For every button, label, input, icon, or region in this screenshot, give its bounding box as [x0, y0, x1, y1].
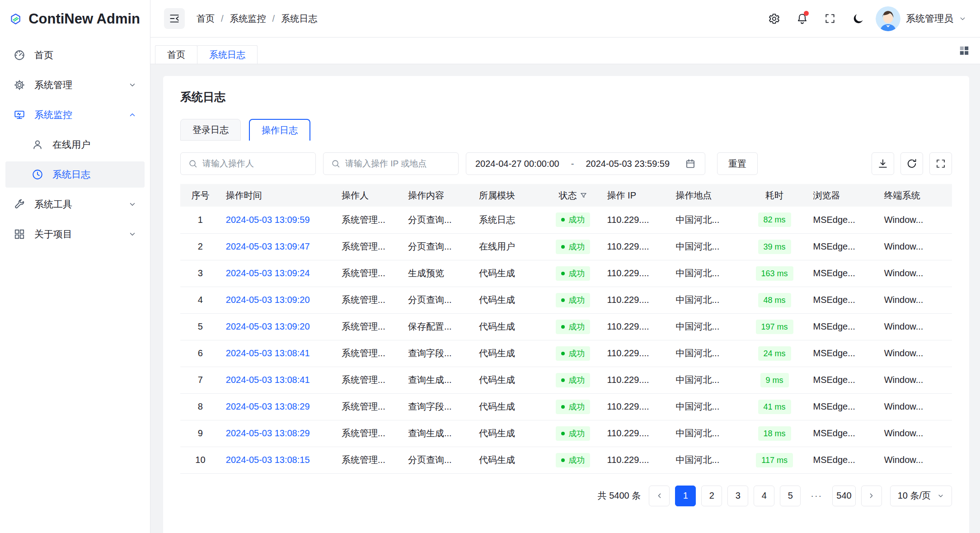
user-menu[interactable]: 系统管理员 [876, 6, 966, 31]
row-time-link[interactable]: 2024-05-03 13:09:20 [226, 295, 310, 305]
col-ip: 操作 IP [602, 184, 671, 207]
pagetab-home[interactable]: 首页 [155, 45, 197, 64]
tab-operation-log[interactable]: 操作日志 [249, 119, 310, 141]
row-time-link[interactable]: 2024-05-03 13:08:15 [226, 455, 310, 465]
duration-badge: 197 ms [756, 320, 793, 334]
cell-status: 成功 [544, 287, 601, 313]
table-fullscreen-button[interactable] [929, 152, 952, 175]
page-size-select[interactable]: 10 条/页 [890, 486, 952, 506]
sidebar-item-system-monitor[interactable]: 系统监控 [5, 102, 145, 128]
sidebar-item-system-tools[interactable]: 系统工具 [5, 191, 145, 217]
cell-browser: MSEdge... [808, 207, 879, 233]
pagination-page-540[interactable]: 540 [832, 486, 855, 506]
gear-icon [14, 79, 25, 91]
sidebar-item-system-log[interactable]: 系统日志 [5, 161, 145, 188]
cell-status: 成功 [544, 260, 601, 287]
col-module: 所属模块 [474, 184, 544, 207]
cell-ip: 110.229.... [602, 260, 671, 287]
pagination-page-2[interactable]: 2 [701, 486, 722, 506]
cell-location: 中国河北... [671, 207, 741, 233]
operator-search-field[interactable] [180, 152, 316, 175]
logo[interactable]: ContiNew Admin [0, 0, 150, 38]
row-time-link[interactable]: 2024-05-03 13:08:41 [226, 375, 310, 385]
ip-search-input[interactable] [345, 159, 451, 169]
row-time-link[interactable]: 2024-05-03 13:08:29 [226, 401, 310, 411]
cell-operator: 系统管理... [336, 367, 403, 393]
fullscreen-button[interactable] [820, 9, 840, 28]
settings-button[interactable] [764, 9, 784, 28]
cell-content: 查询字段... [403, 393, 474, 420]
cell-time: 2024-05-03 13:08:41 [220, 367, 336, 393]
sidebar-item-label: 关于项目 [34, 228, 72, 241]
cell-status: 成功 [544, 207, 601, 233]
cell-time: 2024-05-03 13:09:24 [220, 260, 336, 287]
status-dot-icon [561, 298, 565, 302]
pagination-page-4[interactable]: 4 [754, 486, 774, 506]
cell-os: Window... [879, 367, 952, 393]
cell-status: 成功 [544, 393, 601, 420]
ip-search-field[interactable] [323, 152, 459, 175]
pagination-page-5[interactable]: 5 [780, 486, 801, 506]
date-range-picker[interactable]: 2024-04-27 00:00:00 - 2024-05-03 23:59:5… [466, 152, 705, 175]
pagination-next-button[interactable] [861, 486, 882, 506]
row-time-link[interactable]: 2024-05-03 13:09:20 [226, 321, 310, 331]
collapse-sidebar-button[interactable] [164, 8, 185, 29]
pagination-page-3[interactable]: 3 [727, 486, 748, 506]
date-separator: - [571, 159, 574, 169]
row-time-link[interactable]: 2024-05-03 13:09:59 [226, 215, 310, 225]
cell-operator: 系统管理... [336, 313, 403, 340]
reset-button[interactable]: 重置 [717, 152, 758, 175]
page-title: 系统日志 [180, 90, 952, 104]
breadcrumb-monitor[interactable]: 系统监控 [230, 13, 266, 25]
duration-badge: 48 ms [758, 293, 791, 307]
breadcrumb-current: 系统日志 [281, 13, 317, 25]
refresh-button[interactable] [900, 152, 923, 175]
row-time-link[interactable]: 2024-05-03 13:08:29 [226, 428, 310, 438]
status-badge: 成功 [556, 212, 590, 227]
cell-operator: 系统管理... [336, 340, 403, 367]
sidebar-item-home[interactable]: 首页 [5, 42, 145, 68]
sidebar-item-about-project[interactable]: 关于项目 [5, 221, 145, 247]
notifications-button[interactable] [792, 9, 812, 28]
tab-login-log[interactable]: 登录日志 [180, 119, 241, 141]
app-title: ContiNew Admin [28, 11, 140, 27]
cell-location: 中国河北... [671, 260, 741, 287]
pagination-prev-button[interactable] [649, 486, 670, 506]
cell-ip: 110.229.... [602, 340, 671, 367]
cell-time: 2024-05-03 13:08:41 [220, 340, 336, 367]
sidebar-item-online-users[interactable]: 在线用户 [5, 132, 145, 158]
operator-search-input[interactable] [202, 159, 308, 169]
row-time-link[interactable]: 2024-05-03 13:08:41 [226, 348, 310, 358]
cell-module: 代码生成 [474, 313, 544, 340]
pagination-ellipsis[interactable]: ··· [806, 486, 827, 506]
status-dot-icon [561, 245, 565, 249]
status-dot-icon [561, 218, 565, 222]
grid-view-icon[interactable] [958, 45, 970, 57]
table-row: 92024-05-03 13:08:29系统管理...查询生成...代码生成成功… [180, 420, 952, 447]
pagination-page-1[interactable]: 1 [675, 486, 696, 506]
status-dot-icon [561, 378, 565, 382]
row-time-link[interactable]: 2024-05-03 13:09:47 [226, 241, 310, 251]
cell-duration: 197 ms [741, 313, 808, 340]
breadcrumb-home[interactable]: 首页 [197, 13, 215, 25]
cell-module: 代码生成 [474, 287, 544, 313]
user-name: 系统管理员 [906, 12, 953, 25]
row-time-link[interactable]: 2024-05-03 13:09:24 [226, 268, 310, 278]
user-icon [32, 139, 43, 151]
download-button[interactable] [872, 152, 894, 175]
pagetab-system-log[interactable]: 系统日志 [197, 45, 258, 64]
grid-icon [14, 228, 25, 240]
status-badge: 成功 [556, 346, 590, 361]
cell-content: 查询生成... [403, 367, 474, 393]
dark-mode-button[interactable] [848, 9, 868, 28]
cell-duration: 117 ms [741, 447, 808, 473]
cell-browser: MSEdge... [808, 260, 879, 287]
cell-index: 6 [180, 340, 220, 367]
search-icon [188, 159, 198, 169]
cell-time: 2024-05-03 13:08:15 [220, 447, 336, 473]
filter-icon[interactable] [580, 192, 587, 199]
cell-content: 分页查询... [403, 447, 474, 473]
page-tabstrip: 首页 系统日志 [150, 38, 980, 64]
date-end: 2024-05-03 23:59:59 [586, 159, 670, 169]
sidebar-item-system-management[interactable]: 系统管理 [5, 72, 145, 98]
